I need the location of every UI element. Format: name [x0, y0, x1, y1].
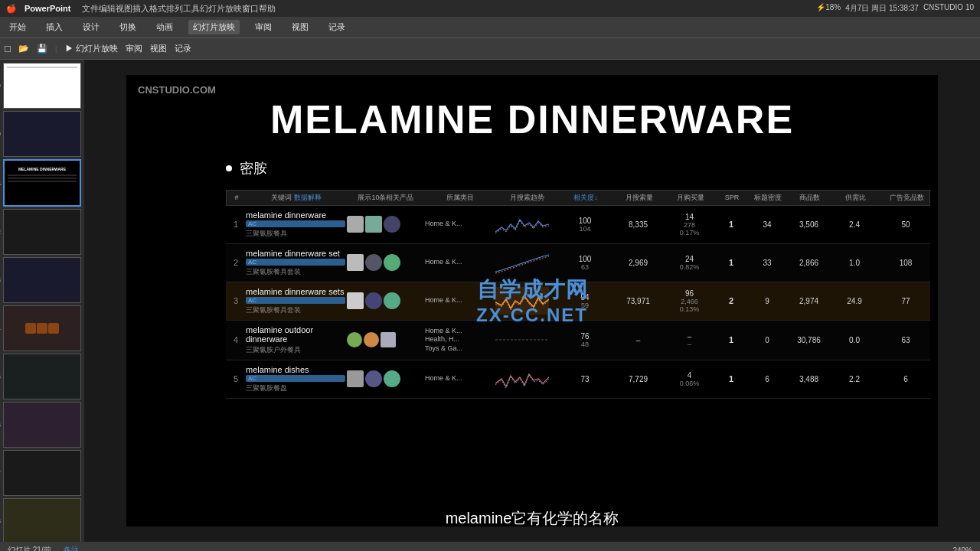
spr-3: 2	[716, 296, 746, 305]
ppt-ribbon-tabs: 开始 插入 设计 切换 动画 幻灯片放映 审阅 视图 记录	[0, 17, 980, 38]
tab-record[interactable]: 记录	[324, 20, 350, 34]
status-zoom: 240%	[952, 546, 972, 552]
th-spr: SPR	[717, 194, 747, 202]
tab-design[interactable]: 设计	[78, 20, 104, 34]
sparkline-5	[495, 365, 549, 393]
slide-thumb-28[interactable]: 28	[3, 498, 81, 542]
supply-demand-3: 24.9	[831, 297, 877, 305]
th-trend: 月搜索趋势	[496, 194, 557, 202]
slide-title: MELAMINE DINNERWARE	[126, 75, 938, 142]
toolbar-save[interactable]: 💾	[37, 44, 47, 54]
slide-thumb-19[interactable]: 19	[3, 63, 81, 109]
keyword-cell-3: melamine dinnerware sets AC 三聚氰胺餐具套装	[246, 287, 345, 315]
data-table: # 关键词 数据解释 展示10条相关产品 所属类目 月搜索趋势 相关度↓ 月搜索…	[226, 190, 930, 496]
products-5: 3,488	[788, 375, 830, 383]
th-relevance[interactable]: 相关度↓	[559, 194, 612, 202]
products-3: 2,974	[788, 297, 830, 305]
mac-apple: 🍎	[6, 4, 17, 14]
mac-menu-format[interactable]: 格式	[149, 3, 166, 15]
supply-demand-1: 2.4	[831, 220, 877, 229]
tab-animation[interactable]: 动画	[152, 20, 178, 34]
click-focus-5: 20.3%8.3%	[934, 371, 938, 387]
table-row: 1 melamine dinnerware AC 三聚氰胺餐具 Home & K…	[226, 206, 930, 244]
toolbar-slideshow-btn[interactable]: ▶ 幻灯片放映	[65, 43, 118, 54]
status-right: 240%	[952, 546, 972, 552]
spr-5: 1	[716, 374, 746, 383]
keyword-cell-4: melamine outdoor dinnerware 三聚氰胺户外餐具	[246, 325, 345, 355]
slide-thumb-20[interactable]: 20	[3, 111, 81, 157]
mac-menu-window[interactable]: 窗口	[242, 3, 259, 15]
sparkline-4	[495, 326, 549, 354]
caption-text: melamine它有化学的名称	[446, 508, 619, 527]
th-keyword[interactable]: 关键词 数据解释	[247, 194, 346, 202]
mac-menu-view[interactable]: 视图	[116, 3, 132, 15]
relevance-1: 100104	[558, 217, 612, 233]
mac-battery: ⚡18%	[816, 3, 841, 14]
ad-products-4: 63	[879, 336, 933, 344]
caption-bar: melamine它有化学的名称	[126, 510, 938, 527]
relevance-5: 73	[558, 375, 612, 383]
slide-thumb-23[interactable]: 23	[3, 257, 81, 303]
mac-menu-arrange[interactable]: 排列	[166, 3, 183, 15]
th-products: 展示10条相关产品	[348, 194, 424, 202]
toolbar-record[interactable]: 记录	[175, 43, 191, 54]
th-num: #	[228, 194, 245, 202]
status-notes[interactable]: 备注	[64, 545, 79, 551]
toolbar-view[interactable]: 视图	[150, 43, 167, 54]
monthly-search-5: 7,729	[613, 375, 663, 383]
sparkline-1	[495, 210, 549, 238]
category-2: Home & K...	[425, 258, 494, 267]
row-num-1: 1	[227, 220, 244, 229]
product-imgs-4	[347, 332, 423, 347]
table-row: 5 melamine dishes AC 三聚氰胺餐盘 Home & K...	[226, 360, 930, 399]
slide-panel[interactable]: 19 20	[0, 60, 84, 542]
tab-transition[interactable]: 切换	[115, 20, 141, 34]
supply-demand-5: 2.2	[831, 375, 877, 383]
slide-thumb-22[interactable]: 22	[3, 209, 81, 255]
tab-view[interactable]: 视图	[287, 20, 313, 34]
mac-menu-edit[interactable]: 编辑	[99, 3, 116, 15]
slide-thumb-25[interactable]: 25	[3, 354, 81, 399]
title-density-5: 6	[748, 375, 786, 383]
status-bar: 幻灯片 21/前 备注 240%	[0, 542, 980, 551]
product-imgs-5	[347, 370, 423, 387]
mac-menu-help[interactable]: 帮助	[259, 3, 276, 15]
mac-menu-tools[interactable]: 工具	[183, 3, 200, 15]
title-density-4: 0	[748, 336, 786, 344]
products-4: 30,786	[788, 336, 830, 344]
tab-insert[interactable]: 插入	[41, 20, 67, 34]
mac-status-right: ⚡18% 4月7日 周日 15:38:37 CNSTUDIO 10	[816, 3, 974, 14]
mac-menu-slideshow[interactable]: 幻灯片放映	[200, 3, 242, 15]
slide-thumb-21[interactable]: 21 MELAMINE DINNERWARE	[3, 159, 81, 207]
sparkline-3	[495, 287, 549, 315]
slide-thumb-27[interactable]: 27	[3, 450, 81, 496]
relevance-2: 10063	[558, 255, 612, 271]
ad-products-5: 6	[879, 375, 933, 383]
product-imgs-3	[347, 292, 423, 309]
slide-thumb-24[interactable]: 24	[3, 305, 81, 351]
product-imgs-1	[347, 216, 423, 233]
mac-studio: CNSTUDIO 10	[923, 3, 974, 14]
category-5: Home & K...	[425, 374, 494, 383]
tab-slideshow[interactable]: 幻灯片放映	[188, 20, 240, 34]
mac-menu-insert[interactable]: 插入	[132, 3, 149, 15]
click-focus-1: 16%1.7%	[934, 217, 938, 233]
row-num-2: 2	[227, 258, 244, 267]
th-monthly-search: 月搜索量	[614, 194, 664, 202]
bullet-text: 密胺	[240, 159, 267, 178]
products-1: 3,506	[788, 220, 830, 229]
mac-menu-file[interactable]: 文件	[82, 3, 99, 15]
tab-review[interactable]: 审阅	[250, 20, 276, 34]
slide-thumb-26[interactable]: 26	[3, 402, 81, 448]
category-1: Home & K...	[425, 220, 494, 229]
mac-app-name: PowerPoint	[24, 4, 71, 13]
click-focus-4: –	[934, 336, 938, 344]
toolbar-new[interactable]: □	[5, 43, 11, 54]
toolbar-open[interactable]: 📂	[18, 44, 29, 54]
tab-home[interactable]: 开始	[5, 20, 31, 34]
row-num-4: 4	[227, 335, 244, 344]
ad-products-2: 108	[879, 259, 933, 267]
bullet-dot	[226, 165, 232, 171]
mac-datetime: 4月7日 周日 15:38:37	[845, 3, 919, 14]
toolbar-from-start[interactable]: 审阅	[126, 43, 142, 54]
